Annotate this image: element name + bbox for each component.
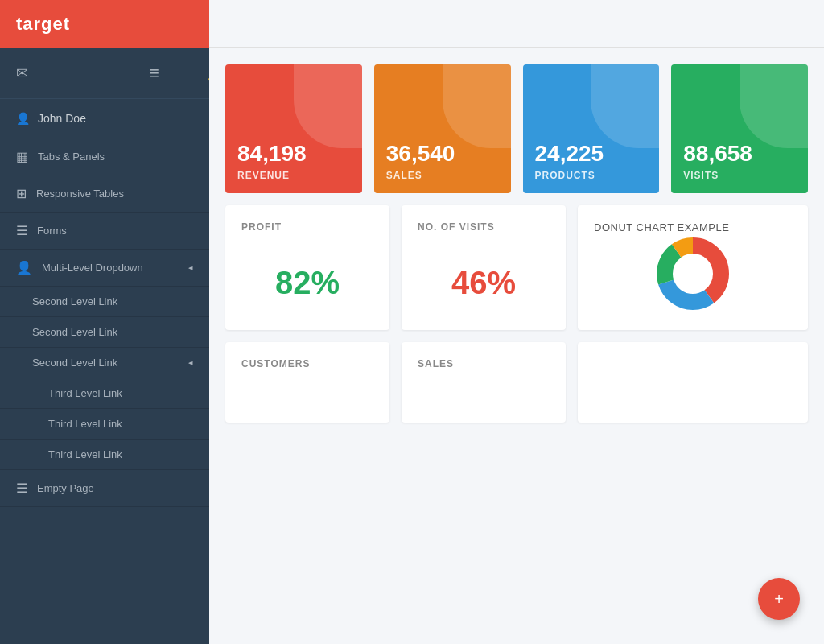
sidebar-item-multi-level[interactable]: 👤 Multi-Level Dropdown ◂ [0,250,209,287]
nav-label-forms: Forms [37,225,67,237]
nav-label-multi: Multi-Level Dropdown [42,262,143,274]
sidebar-item-second-level-3[interactable]: Second Level Link ◂ [0,348,209,378]
tables-icon: ⊞ [16,186,27,201]
stat-label-visits: VISITS [683,170,796,181]
info-card-visits: NO. OF VISITS 46% [402,205,566,330]
stat-label-sales: SALES [386,170,499,181]
second-level-3-label: Second Level Link [32,357,117,369]
logo-text: target [16,14,70,35]
menu-icon[interactable]: ≡ [149,63,159,84]
sidebar-item-third-level-1[interactable]: Third Level Link [0,378,209,409]
user-icon: 👤 [16,112,30,125]
sidebar-icons-row: ✉ ≡ 🔔 [0,48,209,99]
second-level-2-label: Second Level Link [32,326,117,338]
nav-label-empty: Empty Page [37,482,94,494]
stat-card-content-products: 24,225 PRODUCTS [523,64,660,193]
stats-row: 84,198 REVENUE 36,540 SALES 24,225 PRODU… [209,48,824,193]
sidebar-user: 👤 John Doe [0,99,209,138]
second-level-1-label: Second Level Link [32,295,117,308]
sidebar-item-third-level-2[interactable]: Third Level Link [0,409,209,440]
visits-value: 46% [418,257,550,309]
bottom-row: CUSTOMERS SALES [209,330,824,439]
stat-number-revenue: 84,198 [237,141,350,167]
third-level-3-label: Third Level Link [48,448,122,460]
sidebar-item-responsive-tables[interactable]: ⊞ Responsive Tables [0,175,209,213]
forms-icon: ☰ [16,223,27,238]
stat-number-sales: 36,540 [386,141,499,167]
sales-bottom-title: SALES [418,358,550,369]
topbar [209,0,824,48]
fab-icon: + [774,590,784,609]
mail-icon[interactable]: ✉ [16,64,28,82]
fab-button[interactable]: + [758,578,800,620]
stat-label-revenue: REVENUE [237,170,350,181]
tabs-icon: ▦ [16,149,28,164]
stat-number-products: 24,225 [535,141,648,167]
info-card-profit: PROFIT 82% [225,205,389,330]
donut-chart-card: DONUT CHART EXAMPLE [578,205,808,330]
user-name: John Doe [38,112,86,125]
stat-card-content-visits: 88,658 VISITS [671,64,808,193]
bottom-card-wide [578,342,808,423]
nav-label-tabs: Tabs & Panels [38,151,105,163]
third-level-2-label: Third Level Link [48,418,122,430]
profit-value: 82% [241,257,373,309]
visits-title: NO. OF VISITS [418,221,550,233]
stat-label-products: PRODUCTS [535,170,648,181]
stat-card-visits: 88,658 VISITS [671,64,808,193]
nav-label-tables: Responsive Tables [36,188,124,200]
stat-card-content-sales: 36,540 SALES [374,64,511,193]
multi-level-icon: 👤 [16,260,32,275]
sidebar-item-forms[interactable]: ☰ Forms [0,213,209,250]
stat-number-visits: 88,658 [683,141,796,167]
stat-card-products: 24,225 PRODUCTS [523,64,660,193]
sidebar-item-third-level-3[interactable]: Third Level Link [0,440,209,470]
sidebar-item-tabs-panels[interactable]: ▦ Tabs & Panels [0,138,209,175]
donut-chart-container [594,233,792,314]
sidebar-item-second-level-2[interactable]: Second Level Link [0,317,209,348]
empty-page-icon: ☰ [16,481,27,496]
stat-card-revenue: 84,198 REVENUE [225,64,362,193]
bottom-card-customers: CUSTOMERS [225,342,389,423]
sidebar-item-empty-page[interactable]: ☰ Empty Page [0,470,209,507]
stat-card-content-revenue: 84,198 REVENUE [225,64,362,193]
main-content: 84,198 REVENUE 36,540 SALES 24,225 PRODU… [209,0,824,644]
profit-title: PROFIT [241,221,373,233]
donut-chart-svg [653,233,733,314]
sidebar: target ✉ ≡ 🔔 👤 John Doe ▦ Tabs & Panels … [0,0,209,644]
sidebar-logo: target [0,0,209,48]
sidebar-nav: ▦ Tabs & Panels ⊞ Responsive Tables ☰ Fo… [0,138,209,644]
donut-hole [675,256,711,291]
info-row: PROFIT 82% NO. OF VISITS 46% DONUT CHART… [209,193,824,330]
customers-title: CUSTOMERS [241,358,373,369]
bottom-card-sales: SALES [402,342,566,423]
second-level-3-arrow: ◂ [188,357,193,368]
multi-level-arrow: ◂ [188,262,193,273]
sidebar-item-second-level-1[interactable]: Second Level Link [0,287,209,317]
stat-card-sales: 36,540 SALES [374,64,511,193]
third-level-1-label: Third Level Link [48,387,122,399]
donut-chart-title: DONUT CHART EXAMPLE [594,221,792,233]
